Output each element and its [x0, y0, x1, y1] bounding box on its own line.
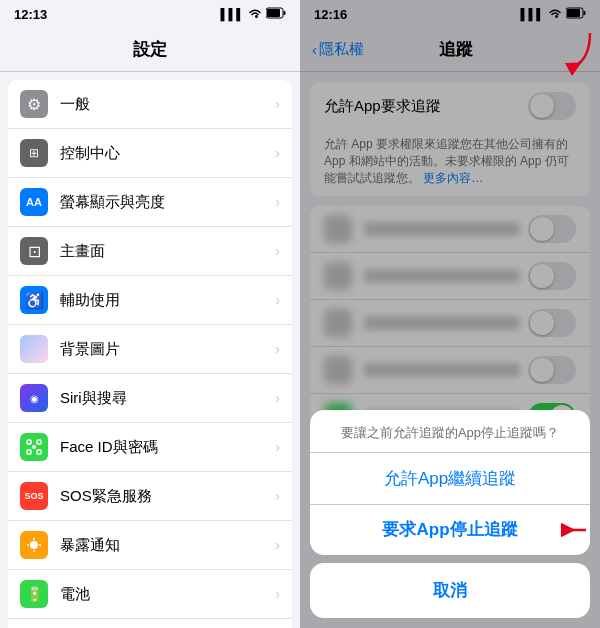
exposure-chevron: ›	[275, 537, 280, 553]
battery-menu-icon: 🔋	[20, 580, 48, 608]
settings-item-exposure[interactable]: 暴露通知 ›	[8, 521, 292, 570]
faceid-icon	[20, 433, 48, 461]
dialog-cancel-button[interactable]: 取消	[310, 563, 590, 618]
dialog-allow-button[interactable]: 允許App繼續追蹤	[310, 453, 590, 504]
sos-icon: SOS	[20, 482, 48, 510]
display-chevron: ›	[275, 194, 280, 210]
dialog-stop-button[interactable]: 要求App停止追蹤	[310, 504, 590, 555]
settings-item-display[interactable]: AA 螢幕顯示與亮度 ›	[8, 178, 292, 227]
siri-label: Siri與搜尋	[60, 389, 275, 408]
faceid-label: Face ID與密碼	[60, 438, 275, 457]
left-page-title: 設定	[133, 38, 167, 61]
battery-icon	[266, 7, 286, 21]
control-label: 控制中心	[60, 144, 275, 163]
exposure-icon	[20, 531, 48, 559]
battery-label: 電池	[60, 585, 275, 604]
settings-item-sos[interactable]: SOS SOS緊急服務 ›	[8, 472, 292, 521]
settings-item-home[interactable]: ⊡ 主畫面 ›	[8, 227, 292, 276]
wallpaper-label: 背景圖片	[60, 340, 275, 359]
home-label: 主畫面	[60, 242, 275, 261]
settings-item-accessibility[interactable]: ♿ 輔助使用 ›	[8, 276, 292, 325]
left-status-bar: 12:13 ▌▌▌	[0, 0, 300, 28]
svg-rect-3	[27, 440, 31, 444]
exposure-label: 暴露通知	[60, 536, 275, 555]
settings-item-control[interactable]: ⊞ 控制中心 ›	[8, 129, 292, 178]
dialog-overlay: 要讓之前允許追蹤的App停止追蹤嗎？ 允許App繼續追蹤 要求App停止追蹤	[300, 0, 600, 628]
battery-chevron: ›	[275, 586, 280, 602]
display-icon: AA	[20, 188, 48, 216]
settings-item-faceid[interactable]: Face ID與密碼 ›	[8, 423, 292, 472]
wifi-icon	[248, 7, 262, 21]
wallpaper-chevron: ›	[275, 341, 280, 357]
settings-section-main: ⚙ 一般 › ⊞ 控制中心 › AA 螢幕顯示與亮度 › ⊡ 主畫面 › ♿ 輔	[8, 80, 292, 628]
home-chevron: ›	[275, 243, 280, 259]
accessibility-label: 輔助使用	[60, 291, 275, 310]
svg-rect-4	[37, 440, 41, 444]
control-icon: ⊞	[20, 139, 48, 167]
accessibility-icon: ♿	[20, 286, 48, 314]
svg-point-7	[32, 445, 36, 449]
settings-item-battery[interactable]: 🔋 電池 ›	[8, 570, 292, 619]
svg-rect-5	[27, 450, 31, 454]
dialog-title: 要讓之前允許追蹤的App停止追蹤嗎？	[310, 410, 590, 452]
left-status-icons: ▌▌▌	[221, 7, 286, 21]
accessibility-chevron: ›	[275, 292, 280, 308]
svg-rect-1	[284, 11, 286, 15]
left-nav-bar: 設定	[0, 28, 300, 72]
general-chevron: ›	[275, 96, 280, 112]
sos-label: SOS緊急服務	[60, 487, 275, 506]
home-icon: ⊡	[20, 237, 48, 265]
svg-rect-6	[37, 450, 41, 454]
left-time: 12:13	[14, 7, 47, 22]
svg-point-8	[30, 541, 38, 549]
siri-chevron: ›	[275, 390, 280, 406]
svg-rect-2	[267, 9, 280, 17]
general-label: 一般	[60, 95, 275, 114]
dialog-red-arrow	[548, 515, 590, 545]
left-panel: 12:13 ▌▌▌ 設定 ⚙	[0, 0, 300, 628]
settings-item-general[interactable]: ⚙ 一般 ›	[8, 80, 292, 129]
settings-list[interactable]: ⚙ 一般 › ⊞ 控制中心 › AA 螢幕顯示與亮度 › ⊡ 主畫面 › ♿ 輔	[0, 72, 300, 628]
right-panel: 12:16 ▌▌▌	[300, 0, 600, 628]
sos-chevron: ›	[275, 488, 280, 504]
control-chevron: ›	[275, 145, 280, 161]
wallpaper-icon	[20, 335, 48, 363]
right-red-arrow-top	[545, 28, 595, 78]
dialog-box: 要讓之前允許追蹤的App停止追蹤嗎？ 允許App繼續追蹤 要求App停止追蹤	[310, 410, 590, 555]
settings-item-siri[interactable]: ◉ Siri與搜尋 ›	[8, 374, 292, 423]
faceid-chevron: ›	[275, 439, 280, 455]
settings-item-privacy[interactable]: ✋ 隱私權 ›	[8, 619, 292, 628]
signal-icon: ▌▌▌	[221, 8, 244, 20]
siri-icon: ◉	[20, 384, 48, 412]
display-label: 螢幕顯示與亮度	[60, 193, 275, 212]
settings-item-wallpaper[interactable]: 背景圖片 ›	[8, 325, 292, 374]
general-icon: ⚙	[20, 90, 48, 118]
